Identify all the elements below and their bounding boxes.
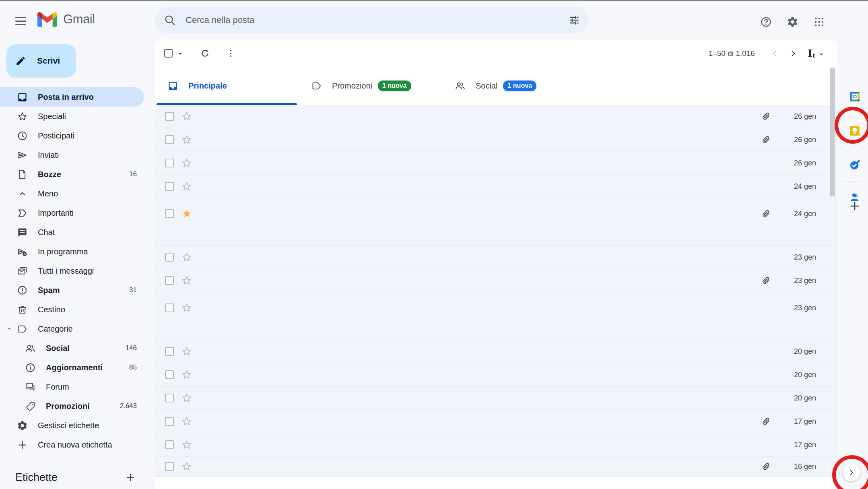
select-checkbox[interactable] [165, 159, 174, 167]
star-toggle[interactable] [181, 275, 192, 286]
tab-social[interactable]: Social1 nuova [442, 66, 586, 105]
sidebar-item-label: Tutti i messaggi [38, 266, 94, 276]
input-tools-button[interactable]: It [808, 48, 825, 59]
list-scrollbar-thumb[interactable] [830, 68, 835, 196]
compose-button[interactable]: Scrivi [6, 44, 76, 77]
sidebar-item-spam[interactable]: Spam31 [0, 281, 144, 300]
email-row[interactable]: 16 gen [155, 457, 837, 477]
expand-categories-icon[interactable] [6, 326, 12, 332]
gmail-window: Gmail Scrivi Posta in arrivoSpecialiPost… [0, 0, 868, 489]
email-row[interactable]: 23 gen [155, 246, 837, 269]
star-toggle[interactable] [181, 134, 192, 145]
expand-side-panel-button[interactable] [842, 463, 860, 481]
star-toggle[interactable] [181, 302, 192, 314]
select-checkbox[interactable] [165, 462, 174, 471]
select-checkbox[interactable] [165, 417, 174, 426]
refresh-button[interactable] [195, 44, 214, 63]
sidebar-item-important[interactable]: Importanti [0, 203, 144, 223]
labels-title: Etichette [15, 471, 58, 484]
email-row[interactable]: 24 gen [155, 198, 837, 246]
email-row[interactable]: 26 gen [155, 152, 837, 175]
sidebar-item-snoozed[interactable]: Posticipati [0, 126, 144, 145]
select-checkbox[interactable] [165, 394, 174, 402]
star-toggle[interactable] [181, 252, 192, 263]
email-row[interactable]: 24 gen [155, 175, 837, 198]
select-checkbox[interactable] [165, 303, 174, 312]
email-row[interactable]: 23 gen [155, 269, 837, 293]
sidebar-item-social[interactable]: Social146 [0, 338, 144, 358]
sidebar-item-categories[interactable]: Categorie [0, 319, 144, 338]
star-toggle[interactable] [181, 157, 192, 169]
newer-page-button[interactable] [765, 44, 784, 63]
tasks-icon[interactable] [845, 155, 864, 175]
email-row[interactable]: 17 gen [155, 410, 837, 433]
email-date: 23 gen [780, 276, 816, 285]
email-row[interactable]: 20 gen [155, 363, 837, 387]
email-row[interactable]: 26 gen [155, 128, 837, 152]
sidebar-item-create-label[interactable]: Crea nuova etichetta [0, 435, 144, 454]
email-date: 24 gen [780, 182, 816, 191]
search-bar[interactable] [155, 7, 589, 33]
report-icon [17, 285, 28, 296]
star-toggle[interactable] [181, 181, 192, 192]
sidebar-item-label: Posta in arrivo [38, 93, 94, 102]
sidebar-item-chat[interactable]: Chat [0, 223, 144, 242]
unread-count: 31 [129, 286, 137, 294]
select-checkbox[interactable] [165, 347, 174, 356]
sidebar-item-promotions[interactable]: Promozioni2.643 [0, 396, 144, 416]
search-input[interactable] [186, 15, 569, 25]
star-toggle[interactable] [181, 461, 192, 472]
select-checkbox[interactable] [165, 135, 174, 144]
select-checkbox[interactable] [165, 370, 174, 379]
select-checkbox[interactable] [165, 182, 174, 191]
star-toggle[interactable] [181, 208, 192, 219]
star-toggle[interactable] [181, 369, 192, 380]
main-menu-button[interactable] [10, 11, 31, 31]
older-page-button[interactable] [784, 44, 802, 63]
select-checkbox[interactable] [165, 209, 174, 218]
select-checkbox[interactable] [165, 112, 174, 121]
email-row[interactable]: 20 gen [155, 340, 837, 363]
sidebar-item-forums[interactable]: Forum [0, 377, 144, 396]
select-all-checkbox[interactable] [164, 49, 173, 58]
settings-button[interactable] [782, 12, 802, 32]
sidebar-item-inbox[interactable]: Posta in arrivo [0, 87, 144, 107]
sidebar-item-drafts[interactable]: Bozze16 [0, 165, 144, 184]
contacts-icon[interactable] [845, 188, 864, 207]
sidebar-item-starred[interactable]: Speciali [0, 107, 144, 126]
star-toggle[interactable] [181, 111, 192, 122]
email-row[interactable]: 23 gen [155, 293, 837, 340]
star-toggle[interactable] [181, 346, 192, 357]
select-checkbox[interactable] [165, 276, 174, 285]
email-rows: 26 gen26 gen26 gen24 gen24 gen23 gen23 g… [155, 105, 837, 477]
star-toggle[interactable] [181, 392, 192, 404]
select-dropdown-icon[interactable] [176, 49, 185, 58]
email-row[interactable]: 17 gen [155, 433, 837, 457]
sidebar-item-label: Importanti [38, 208, 74, 218]
sidebar-item-sent[interactable]: Inviati [0, 145, 144, 165]
search-options-icon[interactable] [569, 14, 580, 26]
sidebar-item-scheduled[interactable]: In programma [0, 242, 144, 261]
email-row[interactable]: 26 gen [155, 105, 837, 128]
sidebar-item-less[interactable]: Meno [0, 184, 144, 203]
sidebar-item-manage-labels[interactable]: Gestisci etichette [0, 416, 144, 435]
sidebar-item-label: Cestino [38, 305, 65, 314]
sidebar-item-all-mail[interactable]: Tutti i messaggi [0, 261, 144, 281]
tab-primary[interactable]: Principale [155, 66, 299, 105]
help-button[interactable] [756, 12, 776, 32]
tab-promotions[interactable]: Promozioni1 nuova [299, 66, 442, 105]
forum-icon [25, 382, 36, 392]
star-toggle[interactable] [181, 416, 192, 427]
select-checkbox[interactable] [165, 253, 174, 262]
apps-grid-button[interactable] [809, 12, 829, 32]
calendar-icon[interactable]: 31 [845, 87, 864, 106]
create-label-button[interactable] [121, 468, 140, 487]
more-options-button[interactable] [221, 44, 240, 63]
sidebar-item-label: Speciali [38, 112, 66, 121]
keep-icon[interactable] [845, 121, 864, 140]
select-checkbox[interactable] [165, 440, 174, 449]
email-row[interactable]: 20 gen [155, 387, 837, 410]
sidebar-item-trash[interactable]: Cestino [0, 300, 144, 319]
sidebar-item-updates[interactable]: Aggiornamenti85 [0, 358, 144, 377]
star-toggle[interactable] [181, 439, 192, 450]
